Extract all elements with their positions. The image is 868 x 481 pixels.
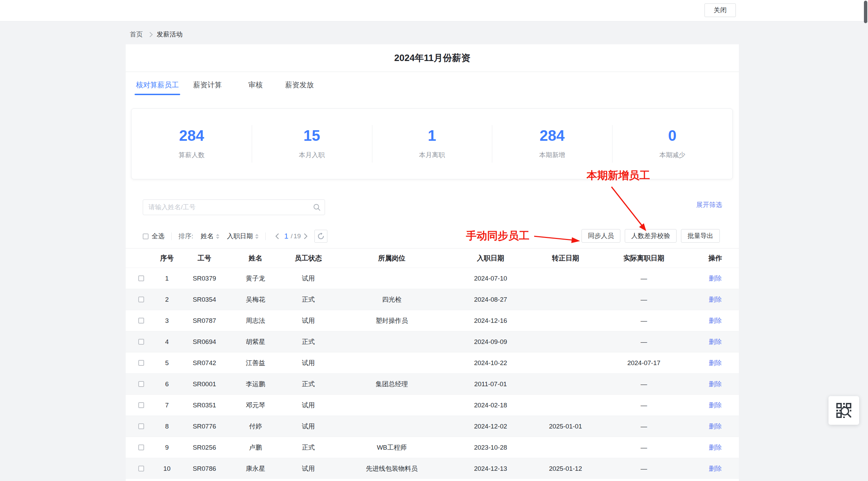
row-checkbox[interactable] [138, 423, 144, 429]
delete-link[interactable]: 删除 [709, 401, 722, 410]
delete-link[interactable]: 删除 [709, 464, 722, 473]
cell-id: SR0256 [177, 444, 232, 451]
sort-by-hire-date[interactable]: 入职日期 [227, 232, 259, 241]
breadcrumb-current[interactable]: 发薪活动 [157, 30, 183, 39]
toolbar: 全选 排序: 姓名 入职日期 1 / 19 [126, 228, 739, 244]
cell-hire: 2024-12-02 [446, 423, 535, 430]
delete-link[interactable]: 删除 [709, 380, 722, 389]
cell-position: WB工程师 [337, 443, 446, 452]
tab-bar: 核对算薪员工 薪资计算 审核 薪资发放 [135, 78, 314, 95]
close-button[interactable]: 关闭 [704, 3, 736, 17]
cell-no: 2 [157, 296, 177, 303]
expand-filter-link[interactable]: 展开筛选 [696, 200, 722, 209]
cell-position: 四光检 [337, 295, 446, 304]
cell-status: 试用 [279, 464, 337, 473]
table-row: 1SR0379黄子龙试用2024-07-10—删除 [126, 268, 739, 289]
cell-name: 李运鹏 [232, 380, 279, 389]
total-pages: 19 [294, 232, 301, 240]
next-page-button[interactable] [303, 233, 308, 240]
cell-id: SR0354 [177, 296, 232, 303]
cell-name: 邓元琴 [232, 401, 279, 410]
row-checkbox[interactable] [138, 381, 144, 387]
cell-no: 8 [157, 423, 177, 430]
headcount-diff-check-button[interactable]: 人数差异校验 [625, 229, 677, 243]
cell-position: 先进线包装物料员 [337, 464, 446, 473]
table-header-row: 序号工号姓名员工状态所属岗位入职日期转正日期实际离职日期操作 [126, 249, 739, 268]
column-header: 所属岗位 [337, 254, 446, 263]
row-checkbox[interactable] [138, 360, 144, 366]
row-checkbox[interactable] [138, 339, 144, 345]
row-checkbox[interactable] [138, 297, 144, 302]
tab-review[interactable]: 审核 [248, 80, 263, 95]
cell-position: 集团总经理 [337, 380, 446, 389]
chevron-right-icon [303, 233, 308, 240]
row-checkbox[interactable] [138, 318, 144, 324]
stat-label: 本月离职 [419, 151, 445, 160]
table-row: 5SR0742江善益试用2024-10-222024-07-17删除 [126, 352, 739, 373]
table-row: 4SR0694胡紫星正式2024-09-09—删除 [126, 331, 739, 352]
cell-hire: 2024-02-18 [446, 402, 535, 409]
chevron-right-icon [148, 32, 153, 37]
search-icon[interactable] [313, 203, 321, 211]
breadcrumb-home[interactable]: 首页 [130, 30, 143, 39]
batch-export-button[interactable]: 批量导出 [681, 229, 720, 243]
cell-hire: 2024-12-16 [446, 317, 535, 325]
breadcrumb: 首页 发薪活动 [130, 30, 183, 39]
cell-no: 5 [157, 359, 177, 367]
cell-status: 试用 [279, 316, 337, 325]
cell-no: 1 [157, 275, 177, 282]
delete-link[interactable]: 删除 [709, 359, 722, 367]
column-header: 操作 [692, 254, 739, 263]
refresh-button[interactable] [314, 230, 327, 243]
sort-asc-desc-icon [255, 234, 259, 239]
cell-leave: — [596, 275, 692, 282]
cell-name: 康永星 [232, 464, 279, 473]
cell-name: 周志法 [232, 316, 279, 325]
stat-month-left: 1 本月离职 [372, 109, 492, 179]
stat-value: 0 [668, 128, 676, 143]
cell-status: 试用 [279, 359, 337, 367]
delete-link[interactable]: 删除 [709, 295, 722, 304]
table-row: 3SR0787周志法试用塑封操作员2024-12-16—删除 [126, 310, 739, 331]
cell-status: 试用 [279, 274, 337, 283]
cell-id: SR0694 [177, 338, 232, 346]
search-input[interactable] [143, 199, 325, 215]
qr-scan-icon [835, 402, 853, 419]
tab-salary-calculation[interactable]: 薪资计算 [192, 80, 222, 95]
qr-scan-widget[interactable] [828, 396, 859, 425]
employee-table: 序号工号姓名员工状态所属岗位入职日期转正日期实际离职日期操作 1SR0379黄子… [126, 248, 739, 479]
delete-link[interactable]: 删除 [709, 337, 722, 346]
select-all-checkbox[interactable] [143, 234, 149, 239]
tab-check-payroll-employees[interactable]: 核对算薪员工 [135, 80, 180, 95]
row-checkbox[interactable] [138, 275, 144, 281]
column-header: 员工状态 [279, 254, 337, 263]
delete-link[interactable]: 删除 [709, 274, 722, 283]
select-all-label: 全选 [152, 232, 165, 241]
cell-regular: 2025-01-01 [535, 423, 596, 430]
cell-no: 4 [157, 338, 177, 346]
row-checkbox[interactable] [138, 445, 144, 450]
scrollbar-thumb[interactable] [864, 1, 867, 23]
delete-link[interactable]: 删除 [709, 443, 722, 452]
top-bar: 关闭 [0, 0, 868, 21]
cell-hire: 2024-12-13 [446, 465, 535, 472]
prev-page-button[interactable] [275, 233, 280, 240]
cell-leave: — [596, 296, 692, 303]
delete-link[interactable]: 删除 [709, 422, 722, 431]
sort-by-name[interactable]: 姓名 [201, 232, 219, 241]
table-row: 9SR0256卢鹏正式WB工程师2023-10-28—删除 [126, 437, 739, 458]
cell-name: 卢鹏 [232, 443, 279, 452]
cell-id: SR0001 [177, 380, 232, 388]
sync-personnel-button[interactable]: 同步人员 [582, 229, 620, 243]
table-row: 8SR0776付婷试用2024-12-022025-01-01—删除 [126, 416, 739, 437]
row-checkbox[interactable] [138, 402, 144, 408]
cell-status: 正式 [279, 443, 337, 452]
tab-salary-payment[interactable]: 薪资发放 [284, 80, 314, 95]
delete-link[interactable]: 删除 [709, 316, 722, 325]
column-header: 工号 [177, 254, 232, 263]
cell-leave: — [596, 423, 692, 430]
cell-name: 江善益 [232, 359, 279, 367]
cell-leave: — [596, 380, 692, 388]
row-checkbox[interactable] [138, 466, 144, 471]
cell-id: SR0379 [177, 275, 232, 282]
